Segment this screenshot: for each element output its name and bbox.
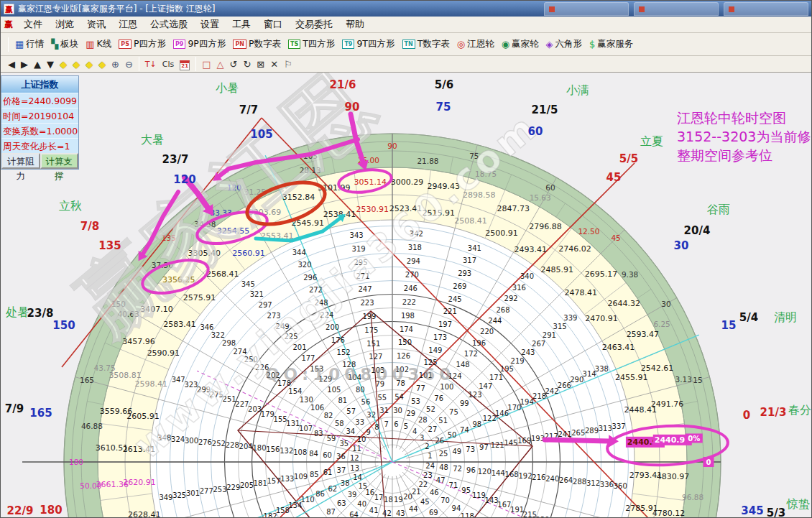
toolbar-label: K线 [97, 38, 112, 50]
tab-app-icon [549, 6, 555, 12]
background-window-tab[interactable] [634, 2, 719, 16]
toolbar-button-winner-wheel[interactable]: ◉赢家轮 [498, 37, 543, 52]
svg-text:3: 3 [420, 434, 424, 442]
svg-text:301: 301 [186, 489, 200, 497]
svg-text:127: 127 [369, 353, 382, 361]
toolbar-button-quotes-table[interactable]: ▦行情 [11, 37, 47, 52]
toolbar-button-gann-wheel[interactable]: ◎江恩轮 [453, 37, 498, 52]
svg-text:4: 4 [412, 427, 417, 435]
shift-up-icon[interactable]: ◆ [83, 57, 96, 72]
toolbar-button-hexagon[interactable]: ◈六角形 [542, 37, 586, 52]
toolbar-button-p-number-table[interactable]: PNP数字表 [229, 37, 285, 52]
menu-item-5[interactable]: 设置 [194, 17, 226, 32]
svg-text:30: 30 [393, 407, 402, 415]
svg-text:27: 27 [428, 425, 438, 433]
svg-text:133: 133 [280, 475, 294, 483]
pan-left-icon[interactable]: ◀ [5, 57, 18, 72]
toolbar-button-t-square[interactable]: TST四方形 [285, 37, 338, 52]
svg-text:336: 336 [600, 481, 614, 489]
svg-text:338: 338 [595, 365, 609, 373]
background-window-tab[interactable] [724, 2, 808, 16]
rect-tool-icon[interactable]: □ [199, 57, 213, 72]
menu-item-9[interactable]: 帮助 [339, 17, 371, 32]
toolbar-button-9t-square[interactable]: T99T四方形 [338, 37, 398, 52]
svg-text:197: 197 [438, 320, 452, 328]
toolbar-label: T四方形 [303, 38, 335, 50]
menu-item-2[interactable]: 资讯 [80, 17, 112, 32]
svg-text:175: 175 [364, 326, 378, 334]
close-box-icon[interactable]: ⊠ [254, 57, 267, 72]
menu-item-0[interactable]: 文件 [17, 17, 49, 32]
p-square-icon: PS [119, 40, 132, 49]
calc-resistance-button[interactable]: 计算阻力 [1, 153, 40, 169]
title-bar[interactable]: 赢 赢家江恩专业版[赢家服务平台] - [上证指数 江恩轮] [1, 1, 812, 17]
toolbar-button-p-square[interactable]: PSP四方形 [115, 37, 170, 52]
svg-text:70: 70 [440, 496, 450, 504]
flag-icon[interactable]: ⚐ [281, 57, 295, 72]
svg-text:85: 85 [310, 471, 319, 478]
svg-text:2583.41: 2583.41 [163, 320, 196, 329]
svg-text:149: 149 [428, 346, 442, 354]
svg-text:180: 180 [252, 444, 266, 452]
svg-text:245: 245 [448, 295, 462, 303]
menu-item-8[interactable]: 交易委托 [289, 17, 339, 32]
shift-left-icon[interactable]: ◆ [57, 57, 70, 72]
winner-service-icon: $ [589, 39, 595, 50]
cls-button[interactable]: Cls [160, 57, 177, 72]
toolbar-label: 9T四方形 [356, 38, 395, 50]
svg-text:346: 346 [200, 323, 213, 331]
tilt-up-icon[interactable]: ▲ [31, 57, 44, 72]
svg-text:244: 244 [488, 317, 502, 325]
toolbar-label: 9P四方形 [188, 38, 226, 50]
svg-text:220: 220 [480, 328, 494, 336]
svg-text:243: 243 [521, 348, 535, 356]
calendar-icon[interactable]: 21 [177, 57, 193, 72]
svg-text:312: 312 [586, 479, 600, 487]
background-window-tabs[interactable] [544, 2, 808, 16]
toolbar-button-kline[interactable]: ▥K线 [82, 37, 115, 52]
toolbar-label: 江恩轮 [467, 38, 494, 50]
app-window: 赢 赢家江恩专业版[赢家服务平台] - [上证指数 江恩轮] 赢 文件浏览资讯江… [0, 0, 812, 518]
svg-text:147: 147 [479, 382, 492, 390]
triangle-tool-icon[interactable]: △ [214, 57, 227, 72]
pan-right-icon[interactable]: ▶ [18, 57, 31, 72]
note-line: 江恩轮中轮时空图 [677, 108, 812, 127]
menu-item-6[interactable]: 工具 [226, 17, 257, 32]
svg-text:99: 99 [460, 399, 469, 407]
svg-text:144: 144 [492, 469, 505, 477]
svg-text:105: 105 [250, 128, 272, 141]
svg-text:63: 63 [337, 499, 346, 507]
svg-text:98: 98 [472, 420, 481, 428]
svg-text:94: 94 [452, 504, 461, 512]
svg-text:341: 341 [468, 244, 481, 252]
tilt-down-icon[interactable]: ▼ [44, 57, 57, 72]
menu-item-1[interactable]: 浏览 [49, 17, 80, 32]
t-down-icon[interactable]: T↓ [142, 57, 160, 72]
menu-item-7[interactable]: 窗口 [257, 17, 289, 32]
svg-text:2485.91: 2485.91 [541, 265, 574, 274]
svg-text:97: 97 [479, 443, 489, 451]
shift-right-icon[interactable]: ◆ [70, 57, 83, 72]
svg-text:38: 38 [341, 479, 350, 487]
toolbar-button-9p-square[interactable]: P99P四方形 [170, 37, 229, 52]
toolbar-button-winner-service[interactable]: $赢家服务 [586, 37, 637, 52]
toolbar-button-t-number-table[interactable]: TNT数字表 [399, 37, 453, 52]
svg-text:155: 155 [274, 415, 287, 423]
svg-text:168: 168 [505, 471, 519, 478]
svg-text:227: 227 [235, 400, 249, 408]
zoom-out-icon[interactable]: ⊖ [122, 57, 136, 72]
svg-text:83: 83 [314, 430, 323, 438]
menu-item-3[interactable]: 江恩 [112, 17, 144, 32]
svg-text:123: 123 [468, 391, 481, 399]
zoom-in-icon[interactable]: ⊕ [109, 57, 122, 72]
cross-tool-icon[interactable]: ✕ [267, 57, 281, 72]
t-number-table-icon: TN [402, 40, 415, 49]
svg-text:314: 314 [583, 370, 596, 378]
menu-item-4[interactable]: 公式选股 [144, 17, 194, 32]
rotate-cw-icon[interactable]: ↻ [240, 57, 254, 72]
calc-support-button[interactable]: 计算支撑 [40, 153, 79, 169]
toolbar-button-sectors[interactable]: ▚板块 [47, 37, 82, 52]
background-window-tab[interactable] [544, 2, 629, 16]
rotate-ccw-icon[interactable]: ↺ [227, 57, 241, 72]
shift-down-icon[interactable]: ◆ [96, 57, 109, 72]
